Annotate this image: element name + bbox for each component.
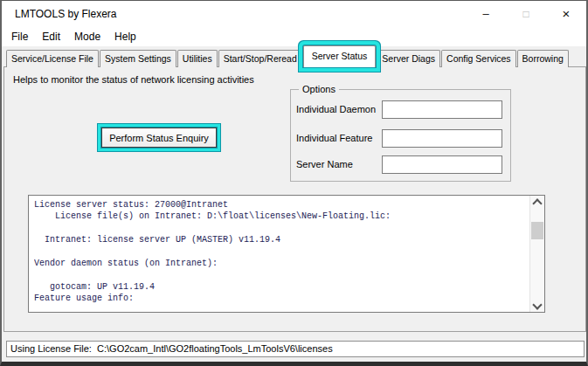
close-button[interactable]: ×	[546, 1, 586, 27]
individual-feature-label: Individual Feature	[296, 133, 372, 143]
chevron-up-icon	[532, 198, 542, 208]
maximize-button: □	[506, 1, 546, 27]
menu-mode[interactable]: Mode	[67, 29, 107, 45]
options-legend: Options	[299, 84, 339, 94]
menu-file[interactable]: File	[4, 29, 35, 45]
tab-start-stop-reread[interactable]: Start/Stop/Reread	[218, 50, 302, 67]
vertical-scrollbar[interactable]	[529, 196, 544, 312]
menu-bar: File Edit Mode Help	[2, 27, 586, 46]
server-name-input[interactable]	[382, 155, 502, 174]
tab-description-text: Helps to monitor the status of network l…	[13, 74, 254, 85]
scroll-up-button[interactable]	[530, 196, 544, 209]
status-output-box[interactable]: License server status: 27000@Intranet Li…	[28, 195, 545, 313]
individual-feature-input[interactable]	[382, 129, 502, 148]
status-bar: Using License File: C:\GO2cam_Intl\GO2fl…	[6, 341, 585, 357]
server-name-label: Server Name	[296, 159, 353, 169]
title-bar: LMTOOLS by Flexera – □ ×	[2, 1, 586, 27]
options-groupbox: Options Individual Daemon Individual Fea…	[290, 89, 511, 182]
tab-borrowing[interactable]: Borrowing	[517, 50, 569, 67]
tab-strip: Service/License File System Settings Uti…	[3, 45, 585, 67]
individual-daemon-input[interactable]	[382, 100, 502, 119]
scrollbar-thumb[interactable]	[531, 222, 543, 239]
tab-system-settings[interactable]: System Settings	[100, 50, 176, 67]
tab-config-services[interactable]: Config Services	[441, 50, 516, 67]
tab-server-diags[interactable]: Server Diags	[377, 50, 440, 67]
status-output-text: License server status: 27000@Intranet Li…	[34, 199, 527, 310]
tab-server-status[interactable]: Server Status	[303, 45, 377, 67]
lmtools-window: LMTOOLS by Flexera – □ × File Edit Mode …	[0, 0, 588, 366]
scroll-down-button[interactable]	[530, 299, 544, 312]
tab-service-license-file[interactable]: Service/License File	[6, 50, 99, 67]
chevron-down-icon	[532, 300, 542, 309]
individual-daemon-label: Individual Daemon	[296, 104, 376, 114]
perform-status-enquiry-button[interactable]: Perform Status Enquiry	[101, 128, 217, 148]
window-title: LMTOOLS by Flexera	[15, 1, 116, 27]
using-license-file-text: Using License File: C:\GO2cam_Intl\GO2fl…	[10, 342, 333, 356]
highlight-ring-button: Perform Status Enquiry	[97, 123, 221, 152]
menu-edit[interactable]: Edit	[35, 29, 67, 45]
tab-utilities[interactable]: Utilities	[177, 50, 218, 67]
menu-help[interactable]: Help	[107, 29, 143, 45]
minimize-button[interactable]: –	[466, 1, 506, 27]
